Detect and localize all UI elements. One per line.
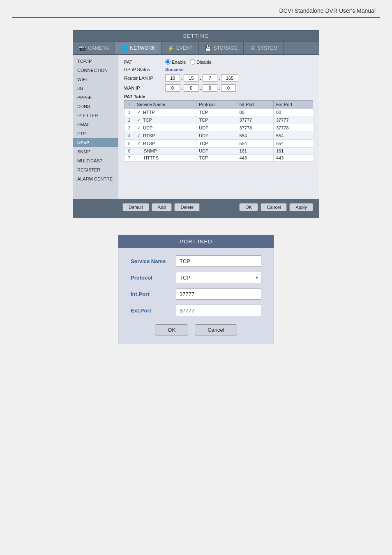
delete-button[interactable]: Delete [174, 203, 200, 211]
table-header-intport: Int.Port [237, 101, 273, 109]
table-cell-intport: 80 [237, 109, 273, 116]
table-cell-intport: 443 [237, 155, 273, 162]
table-cell-service: ✓ RTSP [134, 132, 196, 140]
check-icon: ✓ [137, 141, 141, 146]
table-cell-service: HTTPS [134, 155, 196, 162]
sidebar-item-multicast[interactable]: MULTICAST [73, 156, 118, 165]
cancel-button[interactable]: Cancel [261, 203, 287, 211]
pat-row: PAT Enable Disable [124, 59, 313, 65]
table-cell-protocol: TCP [196, 116, 237, 124]
table-cell-intport: 554 [237, 140, 273, 148]
table-cell-extport: 554 [273, 140, 313, 148]
tab-storage[interactable]: 💾 STORAGE [199, 42, 244, 54]
check-icon: ✓ [137, 133, 141, 139]
tab-camera[interactable]: 📷 CAMERA [73, 42, 115, 54]
table-cell-num: 2 [125, 116, 134, 124]
sidebar-item-register[interactable]: REGISTER [73, 165, 118, 174]
table-cell-extport: 443 [273, 155, 313, 162]
table-row[interactable]: 6 SNMP UDP 161 161 [125, 148, 313, 155]
table-cell-num: 6 [125, 148, 134, 155]
upnp-status-label: UPnP Status [124, 67, 165, 72]
table-cell-num: 3 [125, 124, 134, 132]
sidebar-item-email[interactable]: EMAIL [73, 120, 118, 129]
wan-ip-octet4[interactable] [221, 84, 236, 92]
table-row[interactable]: 5 ✓ RTSP TCP 554 554 [125, 140, 313, 148]
table-cell-protocol: TCP [196, 155, 237, 162]
default-button[interactable]: Default [122, 203, 149, 211]
sidebar-item-tcpip[interactable]: TCP/IP [73, 57, 118, 66]
ok-button[interactable]: OK [239, 203, 258, 211]
table-row[interactable]: 3 ✓ UDP UDP 37778 37778 [125, 124, 313, 132]
table-cell-extport: 161 [273, 148, 313, 155]
sidebar-item-alarmcentre[interactable]: ALARM CENTRE [73, 174, 118, 183]
wan-ip-octet3[interactable] [203, 84, 217, 92]
table-cell-intport: 554 [237, 132, 273, 140]
table-cell-num: 5 [125, 140, 134, 148]
dialog-extport-input[interactable] [176, 305, 261, 316]
dialog-cancel-button[interactable]: Cancel [195, 324, 237, 335]
table-cell-service: ✓ RTSP [134, 140, 196, 148]
sidebar-item-snmp[interactable]: SNMP [73, 147, 118, 156]
table-cell-num: 7 [125, 155, 134, 162]
tab-event[interactable]: ⚡ EVENT [161, 42, 199, 54]
table-cell-protocol: UDP [196, 124, 237, 132]
table-header-num: 7 [125, 101, 134, 109]
add-button[interactable]: Add [152, 203, 172, 211]
table-row[interactable]: 4 ✓ RTSP UDP 554 554 [125, 132, 313, 140]
setting-title: SETTING [73, 30, 319, 42]
router-lan-ip-input-group: . . . [165, 74, 238, 82]
dialog-intport-row: Int.Port [131, 288, 261, 300]
table-cell-extport: 37778 [273, 124, 313, 132]
table-header-service: Service Name [134, 101, 196, 109]
dialog-service-name-row: Service Name [131, 255, 261, 267]
router-lan-ip-octet4[interactable] [221, 74, 238, 82]
dialog-protocol-select-wrapper: TCP UDP ▼ [176, 272, 261, 283]
router-lan-ip-octet2[interactable] [184, 74, 198, 82]
check-icon: ✓ [137, 109, 141, 115]
port-info-dialog: PORT INFO Service Name Protocol TCP UDP … [118, 235, 274, 344]
wan-ip-octet2[interactable] [184, 84, 198, 92]
table-row[interactable]: 7 HTTPS TCP 443 443 [125, 155, 313, 162]
tab-bar: 📷 CAMERA 🌐 NETWORK ⚡ EVENT 💾 STORAGE 🖥 S… [73, 42, 319, 55]
wan-ip-octet1[interactable] [165, 84, 180, 92]
dialog-ok-button[interactable]: OK [155, 324, 188, 335]
camera-icon: 📷 [79, 45, 86, 51]
dialog-extport-label: Ext.Port [131, 308, 176, 314]
pat-enable-radio[interactable] [165, 59, 171, 65]
dialog-intport-input[interactable] [176, 288, 261, 300]
pat-enable-option[interactable]: Enable [165, 59, 186, 65]
sidebar-item-connection[interactable]: CONNECTION [73, 66, 118, 75]
sidebar-item-3g[interactable]: 3G [73, 84, 118, 93]
pat-radio-group: Enable Disable [165, 59, 212, 65]
dialog-protocol-select[interactable]: TCP UDP [176, 272, 261, 283]
table-cell-protocol: UDP [196, 148, 237, 155]
table-row[interactable]: 1 ✓ HTTP TCP 80 80 [125, 109, 313, 116]
table-cell-service: SNMP [134, 148, 196, 155]
check-icon: ✓ [137, 125, 141, 131]
sidebar-item-pppoe[interactable]: PPPoE [73, 93, 118, 102]
tab-system[interactable]: 🖥 SYSTEM [244, 42, 284, 54]
content-area: TCP/IP CONNECTION WIFI 3G PPPoE DDNS IP … [73, 55, 319, 199]
router-lan-ip-octet1[interactable] [165, 74, 180, 82]
tab-network[interactable]: 🌐 NETWORK [115, 42, 161, 54]
pat-disable-option[interactable]: Disable [190, 59, 212, 65]
event-icon: ⚡ [167, 45, 174, 51]
table-cell-service: ✓ TCP [134, 116, 196, 124]
dialog-service-name-input[interactable] [176, 255, 261, 267]
sidebar-item-ftp[interactable]: FTP [73, 129, 118, 138]
apply-button[interactable]: Apply [289, 203, 313, 211]
system-icon: 🖥 [249, 45, 255, 51]
pat-disable-radio[interactable] [190, 59, 195, 65]
upnp-status-row: UPnP Status Success [124, 67, 313, 72]
sidebar: TCP/IP CONNECTION WIFI 3G PPPoE DDNS IP … [73, 55, 118, 199]
dialog-extport-row: Ext.Port [131, 305, 261, 316]
sidebar-item-upnp[interactable]: UPnP [73, 138, 118, 147]
router-lan-ip-octet3[interactable] [203, 74, 217, 82]
sidebar-item-ipfilter[interactable]: IP FILTER [73, 111, 118, 120]
setting-panel: SETTING 📷 CAMERA 🌐 NETWORK ⚡ EVENT 💾 STO… [73, 30, 319, 218]
table-cell-protocol: TCP [196, 140, 237, 148]
sidebar-item-wifi[interactable]: WIFI [73, 75, 118, 84]
table-cell-extport: 554 [273, 132, 313, 140]
sidebar-item-ddns[interactable]: DDNS [73, 102, 118, 111]
table-row[interactable]: 2 ✓ TCP TCP 37777 37777 [125, 116, 313, 124]
